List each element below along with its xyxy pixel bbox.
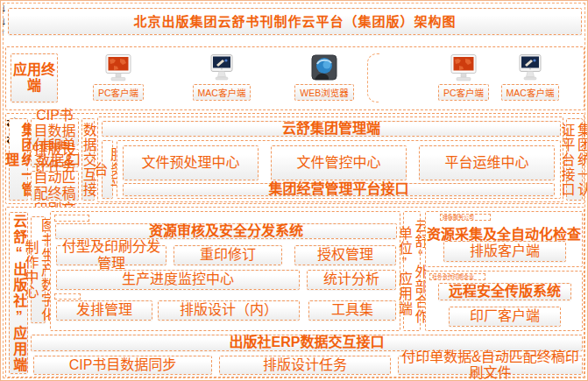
printshop-client-box: 印厂客户端	[449, 307, 561, 327]
center-file-preprocess: 文件预处理中心	[123, 145, 259, 180]
review-system-header: 资源审核及安全分发系统	[55, 223, 397, 239]
print-enterprise-tab: 社外合作印刷企业	[429, 273, 485, 280]
box-reprint-revision: 重印修订	[174, 245, 282, 265]
small-tab	[54, 215, 89, 222]
group-auth-interface: 集团统一认证平台接口	[566, 118, 583, 201]
erp-item-cip-sync: CIP书目数据同步	[33, 356, 212, 375]
service-platform-label: 服务平台	[102, 140, 113, 199]
terminal-label: WEB浏览器	[294, 84, 353, 101]
group-manage-box: 云舒集团管理端 服务平台 文件预处理中心 文件管控中心 平台运维中心 集团经营管…	[97, 116, 563, 202]
center-file-control: 文件管控中心	[271, 145, 407, 180]
small-tab	[54, 293, 81, 300]
terminal-pc-2: PC客户端	[426, 54, 501, 101]
box-typeset-internal: 排版设计（内）	[158, 300, 300, 321]
pc-monitor-icon	[446, 54, 481, 82]
external-side-label: 云舒“外部合作单位”应用端	[403, 211, 421, 331]
typeset-client-box: 排版客户端	[443, 241, 566, 262]
group-band: 集团统一管理 CIP书目数据同步 排版设计任务 付印单数据&自动匹配终稿印刷文件…	[5, 113, 584, 204]
external-print-box: 社外合作印刷企业 远程安全传版系统 印厂客户端	[425, 271, 583, 331]
web-browser-icon	[309, 54, 339, 82]
external-group-bracket	[367, 53, 379, 102]
publisher-band: 云舒“出版社”应用端 图书生产数字化制作中心 资源审核及安全分发系统 付型及印刷…	[5, 207, 584, 377]
terminal-label: PC客户端	[93, 84, 144, 101]
group-centers-box: 文件预处理中心 文件管控中心 平台运维中心 集团经营管理平台接口	[117, 140, 561, 199]
box-statistics: 统计分析	[307, 270, 396, 290]
architecture-diagram: 北京出版集团云舒书刊制作云平台（集团版）架构图 应用终端 PC客户端	[0, 0, 588, 381]
terminal-mac-2: MAC客户端	[492, 54, 568, 101]
mac-monitor-icon	[513, 54, 548, 82]
box-dispatch-manage: 发排管理	[56, 300, 152, 321]
pc-monitor-icon	[101, 54, 136, 82]
terminals-label: 应用终端	[11, 53, 58, 102]
page-title: 北京出版集团云舒书刊制作云平台（集团版）架构图	[8, 8, 582, 35]
review-system-box: 资源审核及安全分发系统 付型及印刷分发管理 重印修订 授权管理 生产进度监控中心…	[50, 211, 400, 331]
box-print-distribution: 付型及印刷分发管理	[56, 245, 166, 265]
box-toolset: 工具集	[308, 300, 396, 321]
box-progress-monitor: 生产进度监控中心	[56, 270, 300, 290]
typeset-company-tab: 排版服务公司	[440, 214, 491, 221]
terminal-web: WEB浏览器	[287, 54, 362, 101]
box-authorization: 授权管理	[294, 245, 396, 265]
erp-item-print-order: 付印单数据&自动匹配终稿印刷文件	[398, 356, 583, 375]
mac-monitor-icon	[204, 54, 239, 82]
erp-item-typeset-task: 排版设计任务	[219, 356, 391, 375]
terminal-mac-1: MAC客户端	[184, 54, 259, 101]
group-biz-interface: 集团经营管理平台接口	[123, 183, 555, 196]
remote-transfer-header: 远程安全传版系统	[438, 283, 571, 300]
terminals-band: 应用终端 PC客户端 MAC客户端	[5, 46, 584, 110]
terminal-pc-1: PC客户端	[81, 54, 156, 101]
center-platform-ops: 平台运维中心	[419, 145, 555, 180]
centers-row: 文件预处理中心 文件管控中心 平台运维中心	[123, 145, 555, 180]
group-manage-header: 云舒集团管理端	[102, 121, 561, 137]
terminal-label: MAC客户端	[501, 84, 560, 101]
production-center-label: 图书生产数字化制作中心	[31, 216, 46, 323]
terminal-label: MAC客户端	[193, 84, 251, 101]
terminal-label: PC客户端	[438, 84, 489, 101]
group-side-label: 集团统一管理	[9, 118, 28, 201]
external-typeset-box: 排版服务公司 资源采集及全自动化检查系统 排版客户端	[425, 211, 583, 267]
